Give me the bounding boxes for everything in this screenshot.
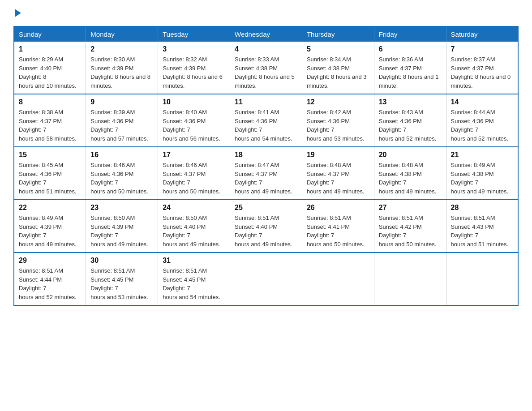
week-row-2: 8 Sunrise: 8:38 AM Sunset: 4:37 PM Dayli… xyxy=(14,94,518,147)
day-info: Sunrise: 8:51 AM Sunset: 4:40 PM Dayligh… xyxy=(235,214,297,248)
day-number: 22 xyxy=(19,204,81,212)
day-number: 21 xyxy=(451,151,513,159)
calendar-cell xyxy=(374,253,446,305)
day-number: 9 xyxy=(90,98,153,106)
logo-triangle-icon xyxy=(15,9,21,17)
column-header-wednesday: Wednesday xyxy=(230,26,302,42)
day-number: 23 xyxy=(90,204,153,212)
day-info: Sunrise: 8:49 AM Sunset: 4:39 PM Dayligh… xyxy=(19,214,81,248)
calendar-cell: 30 Sunrise: 8:51 AM Sunset: 4:45 PM Dayl… xyxy=(86,253,158,305)
day-number: 20 xyxy=(379,151,442,159)
calendar-cell: 17 Sunrise: 8:46 AM Sunset: 4:37 PM Dayl… xyxy=(158,147,230,200)
day-info: Sunrise: 8:40 AM Sunset: 4:36 PM Dayligh… xyxy=(163,108,225,143)
calendar-cell xyxy=(230,253,302,305)
calendar-cell: 6 Sunrise: 8:36 AM Sunset: 4:37 PM Dayli… xyxy=(374,42,446,94)
column-header-tuesday: Tuesday xyxy=(158,26,230,42)
day-info: Sunrise: 8:43 AM Sunset: 4:36 PM Dayligh… xyxy=(379,108,442,143)
calendar-cell: 19 Sunrise: 8:48 AM Sunset: 4:37 PM Dayl… xyxy=(302,147,374,200)
calendar-cell: 4 Sunrise: 8:33 AM Sunset: 4:38 PM Dayli… xyxy=(230,42,302,94)
day-number: 31 xyxy=(163,257,225,265)
day-number: 17 xyxy=(163,151,225,159)
calendar-cell: 9 Sunrise: 8:39 AM Sunset: 4:36 PM Dayli… xyxy=(86,94,158,147)
day-number: 7 xyxy=(451,45,513,53)
day-info: Sunrise: 8:29 AM Sunset: 4:40 PM Dayligh… xyxy=(19,55,81,90)
calendar-cell: 13 Sunrise: 8:43 AM Sunset: 4:36 PM Dayl… xyxy=(374,94,446,147)
column-header-thursday: Thursday xyxy=(302,26,374,42)
day-number: 12 xyxy=(307,98,369,106)
calendar-cell: 24 Sunrise: 8:50 AM Sunset: 4:40 PM Dayl… xyxy=(158,200,230,253)
page-header xyxy=(13,9,519,17)
day-number: 13 xyxy=(379,98,442,106)
day-info: Sunrise: 8:51 AM Sunset: 4:45 PM Dayligh… xyxy=(90,266,153,301)
day-info: Sunrise: 8:36 AM Sunset: 4:37 PM Dayligh… xyxy=(379,55,442,90)
day-number: 25 xyxy=(235,204,297,212)
calendar-cell: 14 Sunrise: 8:44 AM Sunset: 4:36 PM Dayl… xyxy=(446,94,518,147)
calendar-cell: 16 Sunrise: 8:46 AM Sunset: 4:36 PM Dayl… xyxy=(86,147,158,200)
day-number: 5 xyxy=(307,45,369,53)
calendar-cell: 25 Sunrise: 8:51 AM Sunset: 4:40 PM Dayl… xyxy=(230,200,302,253)
calendar-cell: 11 Sunrise: 8:41 AM Sunset: 4:36 PM Dayl… xyxy=(230,94,302,147)
day-number: 18 xyxy=(235,151,297,159)
calendar-cell: 29 Sunrise: 8:51 AM Sunset: 4:44 PM Dayl… xyxy=(14,253,86,305)
calendar-cell: 1 Sunrise: 8:29 AM Sunset: 4:40 PM Dayli… xyxy=(14,42,86,94)
column-header-sunday: Sunday xyxy=(14,26,86,42)
calendar-cell: 28 Sunrise: 8:51 AM Sunset: 4:43 PM Dayl… xyxy=(446,200,518,253)
week-row-5: 29 Sunrise: 8:51 AM Sunset: 4:44 PM Dayl… xyxy=(14,253,518,305)
calendar-cell xyxy=(302,253,374,305)
day-info: Sunrise: 8:41 AM Sunset: 4:36 PM Dayligh… xyxy=(235,108,297,143)
day-info: Sunrise: 8:48 AM Sunset: 4:38 PM Dayligh… xyxy=(379,161,442,196)
day-info: Sunrise: 8:34 AM Sunset: 4:38 PM Dayligh… xyxy=(307,55,369,90)
calendar-cell: 31 Sunrise: 8:51 AM Sunset: 4:45 PM Dayl… xyxy=(158,253,230,305)
calendar-cell: 27 Sunrise: 8:51 AM Sunset: 4:42 PM Dayl… xyxy=(374,200,446,253)
calendar-table: SundayMondayTuesdayWednesdayThursdayFrid… xyxy=(13,26,519,306)
day-info: Sunrise: 8:48 AM Sunset: 4:37 PM Dayligh… xyxy=(307,161,369,196)
day-info: Sunrise: 8:32 AM Sunset: 4:39 PM Dayligh… xyxy=(163,55,225,90)
calendar-cell: 3 Sunrise: 8:32 AM Sunset: 4:39 PM Dayli… xyxy=(158,42,230,94)
day-number: 11 xyxy=(235,98,297,106)
calendar-cell: 10 Sunrise: 8:40 AM Sunset: 4:36 PM Dayl… xyxy=(158,94,230,147)
day-info: Sunrise: 8:51 AM Sunset: 4:41 PM Dayligh… xyxy=(307,214,369,248)
week-row-4: 22 Sunrise: 8:49 AM Sunset: 4:39 PM Dayl… xyxy=(14,200,518,253)
day-number: 8 xyxy=(19,98,81,106)
day-info: Sunrise: 8:45 AM Sunset: 4:36 PM Dayligh… xyxy=(19,161,81,196)
day-info: Sunrise: 8:51 AM Sunset: 4:45 PM Dayligh… xyxy=(163,266,225,301)
calendar-cell: 5 Sunrise: 8:34 AM Sunset: 4:38 PM Dayli… xyxy=(302,42,374,94)
calendar-cell: 23 Sunrise: 8:50 AM Sunset: 4:39 PM Dayl… xyxy=(86,200,158,253)
column-header-saturday: Saturday xyxy=(446,26,518,42)
calendar-cell: 2 Sunrise: 8:30 AM Sunset: 4:39 PM Dayli… xyxy=(86,42,158,94)
day-number: 3 xyxy=(163,45,225,53)
day-info: Sunrise: 8:37 AM Sunset: 4:37 PM Dayligh… xyxy=(451,55,513,90)
week-row-1: 1 Sunrise: 8:29 AM Sunset: 4:40 PM Dayli… xyxy=(14,42,518,94)
calendar-cell: 21 Sunrise: 8:49 AM Sunset: 4:38 PM Dayl… xyxy=(446,147,518,200)
calendar-cell: 22 Sunrise: 8:49 AM Sunset: 4:39 PM Dayl… xyxy=(14,200,86,253)
calendar-cell: 20 Sunrise: 8:48 AM Sunset: 4:38 PM Dayl… xyxy=(374,147,446,200)
calendar-cell: 12 Sunrise: 8:42 AM Sunset: 4:36 PM Dayl… xyxy=(302,94,374,147)
day-number: 6 xyxy=(379,45,442,53)
column-header-monday: Monday xyxy=(86,26,158,42)
calendar-cell: 8 Sunrise: 8:38 AM Sunset: 4:37 PM Dayli… xyxy=(14,94,86,147)
calendar-cell xyxy=(446,253,518,305)
column-header-friday: Friday xyxy=(374,26,446,42)
day-number: 10 xyxy=(163,98,225,106)
day-info: Sunrise: 8:42 AM Sunset: 4:36 PM Dayligh… xyxy=(307,108,369,143)
day-number: 24 xyxy=(163,204,225,212)
day-number: 2 xyxy=(90,45,153,53)
day-number: 14 xyxy=(451,98,513,106)
day-number: 19 xyxy=(307,151,369,159)
day-number: 4 xyxy=(235,45,297,53)
day-number: 16 xyxy=(90,151,153,159)
day-number: 28 xyxy=(451,204,513,212)
calendar-header-row: SundayMondayTuesdayWednesdayThursdayFrid… xyxy=(14,26,518,42)
day-info: Sunrise: 8:46 AM Sunset: 4:37 PM Dayligh… xyxy=(163,161,225,196)
day-info: Sunrise: 8:51 AM Sunset: 4:44 PM Dayligh… xyxy=(19,266,81,301)
day-info: Sunrise: 8:50 AM Sunset: 4:40 PM Dayligh… xyxy=(163,214,225,248)
day-number: 26 xyxy=(307,204,369,212)
day-info: Sunrise: 8:30 AM Sunset: 4:39 PM Dayligh… xyxy=(90,55,153,90)
calendar-cell: 7 Sunrise: 8:37 AM Sunset: 4:37 PM Dayli… xyxy=(446,42,518,94)
day-info: Sunrise: 8:39 AM Sunset: 4:36 PM Dayligh… xyxy=(90,108,153,143)
day-info: Sunrise: 8:46 AM Sunset: 4:36 PM Dayligh… xyxy=(90,161,153,196)
day-number: 27 xyxy=(379,204,442,212)
day-info: Sunrise: 8:38 AM Sunset: 4:37 PM Dayligh… xyxy=(19,108,81,143)
day-info: Sunrise: 8:47 AM Sunset: 4:37 PM Dayligh… xyxy=(235,161,297,196)
day-number: 15 xyxy=(19,151,81,159)
